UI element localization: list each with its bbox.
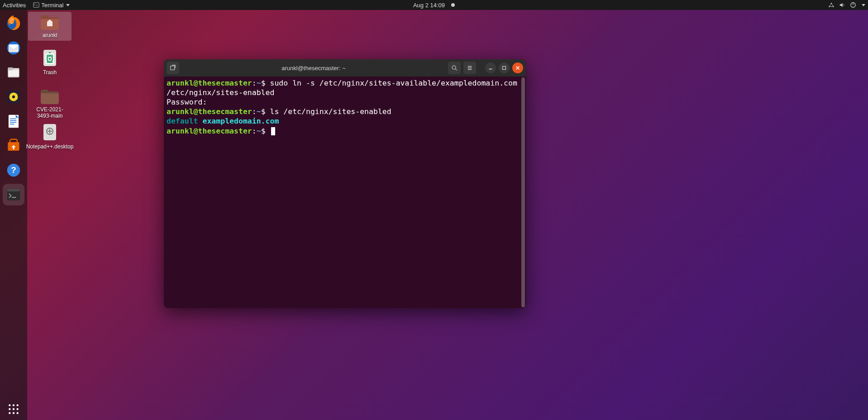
activities-button[interactable]: Activities bbox=[3, 2, 26, 9]
dock-thunderbird[interactable] bbox=[3, 37, 24, 59]
svg-point-26 bbox=[17, 404, 19, 406]
desktop-icon-label: arunkl bbox=[41, 33, 59, 41]
chevron-down-icon[interactable] bbox=[862, 4, 865, 6]
svg-point-27 bbox=[9, 408, 10, 410]
svg-rect-46 bbox=[503, 67, 506, 70]
terminal-titlebar[interactable]: arunkl@thesecmaster: ~ bbox=[164, 59, 526, 76]
dock: ? bbox=[0, 10, 27, 420]
terminal-icon bbox=[33, 2, 39, 8]
desktop-icon-label: CVE-2021-3493-main bbox=[28, 107, 72, 121]
svg-rect-9 bbox=[8, 67, 13, 70]
desktop-icon-home[interactable]: arunkl bbox=[28, 12, 72, 41]
dock-rhythmbox[interactable] bbox=[3, 86, 24, 108]
svg-point-40 bbox=[452, 66, 456, 69]
search-button[interactable] bbox=[448, 62, 461, 74]
desktop-icon-label: Trash bbox=[41, 70, 58, 78]
volume-icon[interactable] bbox=[839, 2, 845, 8]
notification-dot-icon bbox=[451, 3, 455, 7]
terminal-body[interactable]: arunkl@thesecmaster:~$ sudo ln -s /etc/n… bbox=[164, 76, 526, 308]
datetime-label: Aug 2 14:09 bbox=[413, 2, 445, 9]
chevron-down-icon bbox=[66, 4, 70, 6]
terminal-scrollbar[interactable] bbox=[521, 77, 525, 307]
maximize-button[interactable] bbox=[499, 62, 510, 73]
trash-icon bbox=[39, 49, 61, 69]
terminal-line: default exampledomain.com bbox=[167, 116, 523, 126]
power-icon[interactable] bbox=[850, 2, 856, 8]
svg-point-13 bbox=[12, 95, 15, 98]
app-menu[interactable]: Terminal bbox=[33, 2, 70, 9]
network-icon[interactable] bbox=[828, 2, 835, 8]
dock-help[interactable]: ? bbox=[3, 159, 24, 181]
svg-rect-0 bbox=[33, 3, 39, 8]
cursor-icon bbox=[271, 127, 275, 135]
dock-show-apps[interactable] bbox=[3, 398, 24, 420]
svg-point-30 bbox=[9, 412, 10, 414]
svg-point-25 bbox=[13, 404, 14, 406]
desktop-icon-notepad[interactable]: Notepad++.desktop bbox=[28, 123, 72, 152]
svg-point-28 bbox=[13, 408, 14, 410]
terminal-line: arunkl@thesecmaster:~$ ls /etc/nginx/sit… bbox=[167, 107, 523, 116]
svg-rect-15 bbox=[10, 119, 16, 119]
app-menu-label: Terminal bbox=[41, 2, 63, 9]
terminal-line: Password: bbox=[167, 97, 523, 107]
dock-firefox[interactable] bbox=[3, 13, 24, 34]
svg-point-24 bbox=[9, 404, 10, 406]
dock-ubuntu-software[interactable] bbox=[3, 135, 24, 157]
menu-button[interactable] bbox=[463, 62, 476, 74]
svg-rect-16 bbox=[10, 120, 16, 121]
dock-files[interactable] bbox=[3, 62, 24, 83]
terminal-line: arunkl@thesecmaster:~$ bbox=[167, 126, 523, 136]
svg-rect-39 bbox=[171, 66, 175, 70]
minimize-button[interactable] bbox=[485, 62, 496, 73]
svg-rect-17 bbox=[10, 122, 16, 123]
svg-rect-23 bbox=[7, 189, 20, 191]
svg-text:?: ? bbox=[11, 165, 16, 175]
new-tab-button[interactable] bbox=[167, 62, 179, 74]
svg-rect-10 bbox=[9, 70, 19, 76]
terminal-title: arunkl@thesecmaster: ~ bbox=[182, 65, 445, 72]
desktop-icon-trash[interactable]: Trash bbox=[28, 49, 72, 78]
svg-point-38 bbox=[49, 130, 51, 132]
terminal-window: arunkl@thesecmaster: ~ arunkl@thesecmast… bbox=[164, 59, 526, 308]
file-icon bbox=[39, 123, 61, 143]
svg-rect-18 bbox=[10, 124, 14, 125]
svg-point-31 bbox=[13, 412, 14, 414]
desktop-icon-label: Notepad++.desktop bbox=[24, 144, 76, 152]
folder-icon bbox=[39, 86, 61, 106]
dock-libreoffice-writer[interactable] bbox=[3, 110, 24, 132]
terminal-line: arunkl@thesecmaster:~$ sudo ln -s /etc/n… bbox=[167, 78, 523, 97]
svg-point-29 bbox=[17, 408, 19, 410]
dock-terminal[interactable] bbox=[3, 184, 24, 205]
desktop-icon-cve-folder[interactable]: CVE-2021-3493-main bbox=[28, 86, 72, 121]
clock[interactable]: Aug 2 14:09 bbox=[413, 2, 455, 9]
svg-point-32 bbox=[17, 412, 19, 414]
svg-line-41 bbox=[456, 69, 457, 71]
home-folder-icon bbox=[39, 12, 61, 32]
gnome-topbar: Activities Terminal Aug 2 14:09 bbox=[0, 0, 868, 10]
close-button[interactable] bbox=[512, 62, 523, 73]
